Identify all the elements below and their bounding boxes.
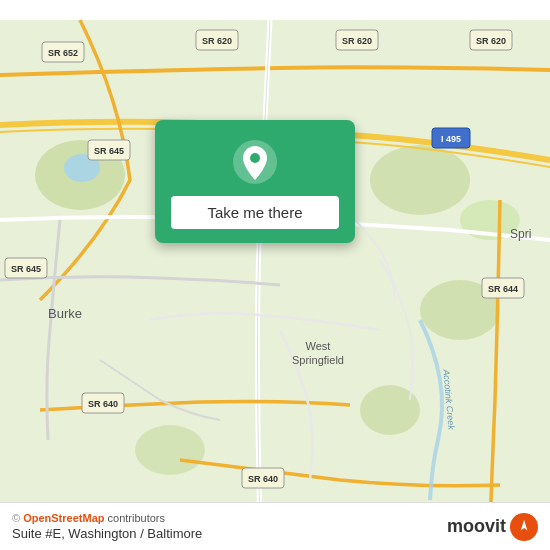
map-attribution: © OpenStreetMap contributors [12,512,202,524]
location-text: Suite #E, Washington / Baltimore [12,526,202,541]
bottom-bar: © OpenStreetMap contributors Suite #E, W… [0,502,550,550]
moovit-text: moovit [447,516,506,537]
osm-link[interactable]: OpenStreetMap [23,512,104,524]
location-card: Take me there [155,120,355,243]
moovit-icon [510,513,538,541]
svg-text:SR 620: SR 620 [202,36,232,46]
svg-point-34 [250,153,260,163]
svg-text:SR 652: SR 652 [48,48,78,58]
svg-text:Spri: Spri [510,227,531,241]
svg-text:I 495: I 495 [441,134,461,144]
svg-rect-0 [0,20,550,530]
svg-text:SR 620: SR 620 [342,36,372,46]
map-container: SR 652 SR 620 SR 620 SR 620 SR 645 SR 64… [0,0,550,550]
svg-point-2 [370,145,470,215]
svg-text:SR 645: SR 645 [94,146,124,156]
svg-text:SR 640: SR 640 [248,474,278,484]
take-me-there-button[interactable]: Take me there [171,196,339,229]
svg-text:SR 645: SR 645 [11,264,41,274]
svg-text:West: West [306,340,331,352]
svg-text:SR 620: SR 620 [476,36,506,46]
svg-text:SR 640: SR 640 [88,399,118,409]
attribution-suffix: contributors [104,512,165,524]
copyright-symbol: © [12,512,23,524]
svg-text:Burke: Burke [48,306,82,321]
svg-point-5 [135,425,205,475]
location-pin-icon [231,138,279,186]
svg-text:SR 644: SR 644 [488,284,518,294]
moovit-logo: moovit [447,513,538,541]
svg-text:Springfield: Springfield [292,354,344,366]
map-background: SR 652 SR 620 SR 620 SR 620 SR 645 SR 64… [0,0,550,550]
